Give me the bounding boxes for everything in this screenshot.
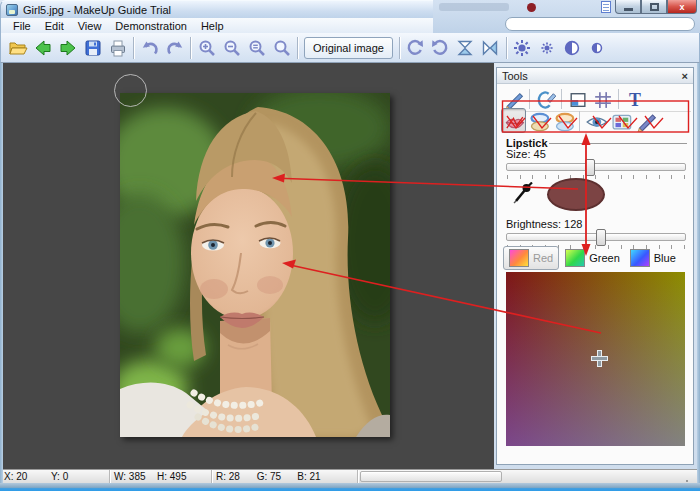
color-picker-field[interactable] [506, 272, 685, 446]
window-bottom-border [0, 483, 700, 491]
minimize-button[interactable] [615, 0, 641, 14]
size-slider-thumb[interactable] [585, 159, 595, 176]
green-gradient-swatch [565, 249, 585, 267]
maximize-button[interactable] [641, 0, 667, 14]
main-area: Tools × T Lipstick Size: 45 [0, 63, 700, 469]
application-window: x Girl5.jpg - MakeUp Guide Trial FileEdi… [0, 0, 700, 491]
toolbar: Original image [0, 33, 700, 63]
contrast-small-icon [587, 38, 607, 58]
tools-panel-title: Tools [502, 70, 528, 82]
flip-horizontal-icon [480, 38, 500, 58]
flip-horizontal-button[interactable] [478, 35, 503, 61]
blue-gradient-swatch [630, 249, 650, 267]
channel-tab-blue[interactable]: Blue [630, 249, 676, 267]
status-segment: W: 385H: 495 [110, 470, 212, 483]
eyeliner-tool-button[interactable] [633, 108, 658, 133]
menu-bar: FileEditViewDemonstrationHelp [0, 18, 433, 33]
channel-tab-red[interactable]: Red [503, 246, 559, 270]
contrast-small-button[interactable] [585, 35, 610, 61]
eye-color-tool-button[interactable] [583, 108, 608, 133]
status-segment: R: 28G: 75B: 21 [212, 470, 358, 483]
zoom-in-button[interactable] [194, 35, 219, 61]
save-button[interactable] [80, 35, 105, 61]
eyeshadow-tool-button[interactable] [608, 108, 633, 133]
brightness-label: Brightness: 128 [506, 218, 582, 230]
image-canvas[interactable] [3, 63, 494, 469]
tools-panel-header[interactable]: Tools × [497, 68, 693, 84]
zoom-in-icon [197, 38, 217, 58]
menu-help[interactable]: Help [195, 19, 230, 33]
status-value: W: 385 [110, 471, 153, 482]
photo-girl-portrait[interactable] [120, 93, 390, 437]
app-icon [6, 4, 18, 16]
zoom-fit-icon [272, 38, 292, 58]
brush-size-cursor [114, 74, 147, 107]
background-window-content [439, 3, 509, 11]
menu-view[interactable]: View [72, 19, 108, 33]
brightness-icon [512, 38, 532, 58]
powder-tool-button[interactable] [526, 108, 551, 133]
lipstick-tool-button[interactable] [501, 108, 526, 133]
rotate-cw-button[interactable] [403, 35, 428, 61]
tools-panel-close-icon[interactable]: × [682, 71, 688, 81]
lip-color-preview[interactable] [547, 178, 605, 211]
minimize-icon [624, 8, 633, 11]
toolbar-separator [190, 37, 191, 59]
close-button[interactable]: x [667, 0, 697, 14]
zoom-out-button[interactable] [219, 35, 244, 61]
maximize-icon [650, 3, 659, 11]
section-rule [549, 143, 687, 144]
title-bar[interactable]: Girl5.jpg - MakeUp Guide Trial [0, 0, 433, 18]
blush-tool-button[interactable] [551, 108, 576, 133]
contrast-icon [562, 38, 582, 58]
undo-button[interactable] [137, 35, 162, 61]
size-label: Size: 45 [506, 148, 546, 160]
open-file-button[interactable] [5, 35, 30, 61]
zoom-fit-button[interactable] [269, 35, 294, 61]
status-value: H: 495 [153, 471, 196, 482]
brightness-button[interactable] [510, 35, 535, 61]
size-slider[interactable] [506, 163, 686, 171]
contrast-button[interactable] [560, 35, 585, 61]
color-crosshair-icon [591, 350, 606, 365]
open-file-icon [8, 38, 28, 58]
print-button[interactable] [105, 35, 130, 61]
eyedropper-icon[interactable] [513, 182, 533, 204]
channel-label: Red [533, 252, 553, 264]
brightness-slider-thumb[interactable] [596, 229, 606, 246]
flip-vertical-button[interactable] [453, 35, 478, 61]
flip-vertical-icon [455, 38, 475, 58]
brightness-slider[interactable] [506, 233, 686, 241]
menu-demonstration[interactable]: Demonstration [109, 19, 193, 33]
makeup-tools-row [501, 106, 691, 135]
red-gradient-swatch [509, 249, 529, 267]
toolbar-separator [399, 37, 400, 59]
toolbar-separator [506, 37, 507, 59]
rotate-ccw-button[interactable] [428, 35, 453, 61]
background-window: x [433, 0, 700, 33]
status-empty-panel [360, 471, 502, 482]
zoom-actual-button[interactable] [244, 35, 269, 61]
zoom-actual-icon [247, 38, 267, 58]
original-image-button[interactable]: Original image [304, 37, 393, 59]
save-icon [83, 38, 103, 58]
menu-edit[interactable]: Edit [39, 19, 70, 33]
brightness-small-icon [537, 38, 557, 58]
nav-back-button[interactable] [30, 35, 55, 61]
eyeshadow-icon [610, 110, 632, 132]
nav-back-icon [33, 38, 53, 58]
eyeliner-icon [635, 110, 657, 132]
rotate-cw-icon [405, 38, 425, 58]
menu-file[interactable]: File [7, 19, 37, 33]
brightness-small-button[interactable] [535, 35, 560, 61]
background-window-controls: x [615, 0, 697, 14]
rotate-ccw-icon [430, 38, 450, 58]
toolbar-separator [297, 37, 298, 59]
print-icon [108, 38, 128, 58]
status-value: Y: 0 [47, 471, 94, 482]
tools-panel: Tools × T Lipstick Size: 45 [496, 67, 694, 465]
nav-forward-button[interactable] [55, 35, 80, 61]
channel-tab-green[interactable]: Green [565, 249, 620, 267]
redo-button[interactable] [162, 35, 187, 61]
background-red-dot [527, 3, 536, 12]
